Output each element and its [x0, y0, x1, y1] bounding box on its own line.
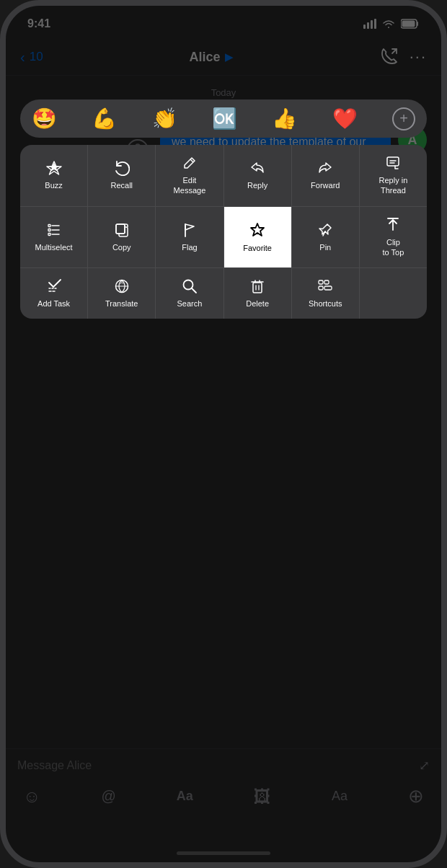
add-task-button[interactable]: Add Task: [20, 268, 88, 319]
flag-button[interactable]: Flag: [156, 207, 224, 268]
pin-button[interactable]: Pin: [292, 207, 360, 268]
svg-rect-19: [116, 224, 125, 234]
svg-rect-16: [48, 229, 50, 231]
phone-frame: 9:41 ‹ 10 Alice ▶ ··· Today 3:01 PM: [0, 0, 447, 868]
clip-icon: [385, 217, 401, 233]
clip-to-top-button[interactable]: Clip to Top: [360, 207, 427, 268]
reply-icon: [249, 160, 265, 176]
action-grid: Buzz Recall Edit Message: [20, 145, 427, 319]
edit-message-button[interactable]: Edit Message: [156, 145, 224, 206]
emoji-muscle[interactable]: 💪: [92, 107, 117, 130]
emoji-thumbsup[interactable]: 👍: [272, 107, 297, 130]
empty-slot: [360, 268, 427, 319]
recall-icon: [114, 160, 130, 176]
translate-icon: A: [114, 278, 130, 294]
action-row-2: Multiselect Copy Flag: [20, 207, 427, 269]
favorite-icon: [249, 221, 266, 239]
svg-rect-15: [48, 224, 50, 226]
forward-label: Forward: [311, 180, 340, 190]
flag-icon: [182, 222, 198, 238]
context-menu: 🤩 💪 👏 🆗 👍 ❤️ + Buzz: [20, 99, 427, 319]
translate-label: Translate: [105, 298, 138, 309]
clip-to-top-label: Clip to Top: [383, 237, 404, 258]
search-button[interactable]: Search: [156, 268, 224, 319]
edit-icon: [182, 155, 198, 171]
edit-label: Edit Message: [174, 175, 206, 196]
emoji-ok[interactable]: 🆗: [212, 107, 237, 130]
recall-button[interactable]: Recall: [88, 145, 156, 206]
flag-label: Flag: [182, 242, 197, 252]
action-row-3: Add Task A Translate Search: [20, 268, 427, 319]
svg-line-27: [192, 288, 196, 293]
copy-icon: [114, 222, 130, 238]
svg-rect-34: [324, 280, 329, 284]
svg-rect-32: [319, 280, 323, 284]
copy-label: Copy: [112, 242, 131, 252]
svg-text:A: A: [120, 280, 123, 285]
favorite-label: Favorite: [243, 243, 272, 253]
translate-button[interactable]: A Translate: [88, 268, 156, 319]
copy-button[interactable]: Copy: [88, 207, 156, 268]
shortcuts-button[interactable]: Shortcuts: [292, 268, 360, 319]
search-icon: [182, 278, 198, 294]
delete-button[interactable]: Delete: [224, 268, 292, 319]
emoji-bar: 🤩 💪 👏 🆗 👍 ❤️ +: [20, 99, 427, 138]
reply-thread-icon: [385, 155, 401, 171]
delete-icon: [249, 278, 265, 294]
svg-rect-28: [253, 283, 262, 293]
svg-rect-35: [324, 286, 332, 290]
forward-icon: [317, 160, 333, 176]
buzz-label: Buzz: [45, 180, 62, 190]
svg-rect-17: [48, 233, 50, 235]
multiselect-button[interactable]: Multiselect: [20, 207, 88, 268]
emoji-heart-eyes[interactable]: 🤩: [32, 107, 57, 130]
buzz-button[interactable]: Buzz: [20, 145, 88, 206]
add-task-icon: [46, 278, 62, 294]
reply-thread-button[interactable]: Reply in Thread: [360, 145, 427, 206]
pin-icon: [317, 222, 333, 238]
shortcuts-label: Shortcuts: [309, 298, 342, 309]
reply-label: Reply: [247, 180, 267, 190]
svg-rect-33: [319, 286, 323, 290]
multiselect-label: Multiselect: [35, 242, 73, 252]
reply-thread-label: Reply in Thread: [379, 175, 408, 196]
emoji-add-button[interactable]: +: [392, 107, 415, 130]
buzz-icon: [46, 160, 62, 176]
emoji-clap[interactable]: 👏: [152, 107, 177, 130]
pin-label: Pin: [319, 242, 331, 252]
delete-label: Delete: [246, 298, 269, 309]
action-row-1: Buzz Recall Edit Message: [20, 145, 427, 207]
shortcuts-icon: [317, 278, 333, 294]
reply-button[interactable]: Reply: [224, 145, 292, 206]
forward-button[interactable]: Forward: [292, 145, 360, 206]
multiselect-icon: [46, 222, 62, 238]
recall-label: Recall: [110, 180, 133, 190]
search-label: Search: [177, 298, 203, 309]
svg-rect-9: [387, 157, 399, 166]
emoji-heart[interactable]: ❤️: [332, 107, 358, 130]
favorite-button[interactable]: Favorite: [224, 207, 292, 268]
add-task-label: Add Task: [37, 298, 70, 309]
